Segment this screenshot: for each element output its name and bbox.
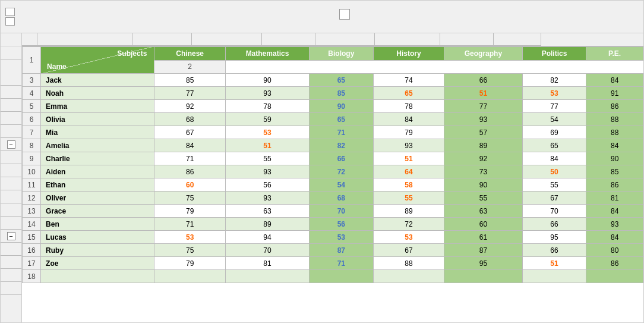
data-cell-math[interactable]: 89 [225,218,309,231]
data-cell-geo[interactable]: 55 [444,192,523,205]
data-cell-bio[interactable]: 71 [310,257,374,270]
data-cell-history[interactable]: 53 [373,231,444,244]
data-cell-chinese[interactable]: 84 [154,139,226,152]
data-cell-pe[interactable]: 84 [586,139,643,152]
data-cell-bio[interactable]: 72 [310,165,374,178]
data-cell-math[interactable]: 63 [225,205,309,218]
data-cell-pe[interactable]: 80 [586,244,643,257]
data-cell-geo[interactable]: 90 [444,178,523,192]
data-cell-chinese[interactable]: 77 [154,87,226,100]
data-cell-chinese[interactable]: 85 [154,74,226,87]
add-column-btn[interactable] [339,9,350,20]
data-cell-bio[interactable]: 65 [310,74,374,87]
data-cell-geo[interactable]: 92 [444,152,523,165]
data-cell-math[interactable]: 55 [225,152,309,165]
data-cell-history[interactable]: 89 [373,205,444,218]
data-cell-politics[interactable]: 50 [522,165,586,178]
data-cell-math[interactable]: 53 [225,126,309,139]
data-cell-bio[interactable]: 54 [310,178,374,192]
data-cell-bio[interactable] [310,270,374,283]
data-cell-bio[interactable]: 70 [310,205,374,218]
data-cell-history[interactable]: 58 [373,178,444,192]
data-cell-geo[interactable]: 61 [444,231,523,244]
data-cell-politics[interactable]: 84 [522,152,586,165]
data-cell-pe[interactable]: 88 [586,126,643,139]
data-cell-politics[interactable]: 67 [522,192,586,205]
data-cell-chinese[interactable]: 60 [154,178,226,192]
col-I-header[interactable] [375,33,440,46]
data-cell-bio[interactable]: 65 [310,113,374,126]
data-cell-geo[interactable]: 77 [444,100,523,113]
data-cell-geo[interactable]: 66 [444,74,523,87]
data-cell-politics[interactable]: 65 [522,139,586,152]
data-cell-geo[interactable]: 87 [444,244,523,257]
data-cell-politics[interactable]: 82 [522,74,586,87]
data-cell-politics[interactable]: 55 [522,178,586,192]
data-cell-pe[interactable]: 86 [586,178,643,192]
data-cell-history[interactable]: 67 [373,244,444,257]
data-cell-pe[interactable]: 84 [586,74,643,87]
data-cell-bio[interactable]: 85 [310,87,374,100]
data-cell-politics[interactable]: 54 [522,113,586,126]
data-cell-chinese[interactable]: 68 [154,113,226,126]
data-cell-bio[interactable]: 82 [310,139,374,152]
data-cell-politics[interactable] [522,270,586,283]
data-cell-geo[interactable]: 60 [444,218,523,231]
data-cell-geo[interactable]: 57 [444,126,523,139]
data-cell-geo[interactable] [444,270,523,283]
data-cell-math[interactable]: 93 [225,165,309,178]
data-cell-chinese[interactable]: 71 [154,218,226,231]
data-cell-geo[interactable]: 63 [444,205,523,218]
data-cell-math[interactable]: 59 [225,113,309,126]
data-cell-chinese[interactable]: 67 [154,126,226,139]
data-cell-bio[interactable]: 90 [310,100,374,113]
data-cell-pe[interactable]: 81 [586,192,643,205]
data-cell-chinese[interactable]: 92 [154,100,226,113]
data-cell-math[interactable]: 81 [225,257,309,270]
data-cell-bio[interactable]: 66 [310,152,374,165]
col-C-header[interactable] [192,33,262,46]
data-cell-bio[interactable]: 56 [310,218,374,231]
data-cell-geo[interactable]: 93 [444,113,523,126]
data-cell-chinese[interactable]: 75 [154,192,226,205]
col-H-header[interactable] [315,33,375,46]
data-cell-politics[interactable]: 66 [522,218,586,231]
data-cell-geo[interactable]: 95 [444,257,523,270]
data-cell-math[interactable] [225,270,309,283]
data-cell-pe[interactable] [586,270,643,283]
data-cell-pe[interactable]: 84 [586,231,643,244]
data-cell-pe[interactable]: 93 [586,218,643,231]
data-cell-pe[interactable]: 91 [586,87,643,100]
data-cell-chinese[interactable]: 71 [154,152,226,165]
data-cell-math[interactable]: 90 [225,74,309,87]
data-cell-history[interactable]: 84 [373,113,444,126]
data-cell-bio[interactable]: 87 [310,244,374,257]
data-cell-politics[interactable]: 51 [522,257,586,270]
data-cell-math[interactable]: 56 [225,178,309,192]
data-cell-math[interactable]: 93 [225,192,309,205]
data-cell-history[interactable] [373,270,444,283]
col-J-header[interactable] [440,33,494,46]
data-cell-pe[interactable]: 85 [586,165,643,178]
data-cell-politics[interactable]: 77 [522,100,586,113]
minus-row-7[interactable]: − [1,138,21,151]
data-cell-politics[interactable]: 69 [522,126,586,139]
data-cell-chinese[interactable]: 53 [154,231,226,244]
data-cell-history[interactable]: 93 [373,139,444,152]
group-level-controls[interactable] [5,8,15,26]
data-cell-math[interactable]: 78 [225,100,309,113]
data-cell-politics[interactable]: 53 [522,87,586,100]
data-cell-history[interactable]: 64 [373,165,444,178]
data-cell-history[interactable]: 72 [373,218,444,231]
data-cell-politics[interactable]: 66 [522,244,586,257]
data-cell-geo[interactable]: 89 [444,139,523,152]
data-cell-history[interactable]: 88 [373,257,444,270]
col-A-header[interactable] [37,33,132,46]
data-cell-math[interactable]: 93 [225,87,309,100]
data-cell-politics[interactable]: 70 [522,205,586,218]
data-cell-geo[interactable]: 51 [444,87,523,100]
data-cell-pe[interactable]: 84 [586,205,643,218]
data-cell-chinese[interactable]: 79 [154,257,226,270]
data-cell-pe[interactable]: 88 [586,113,643,126]
col-K-header[interactable] [494,33,541,46]
